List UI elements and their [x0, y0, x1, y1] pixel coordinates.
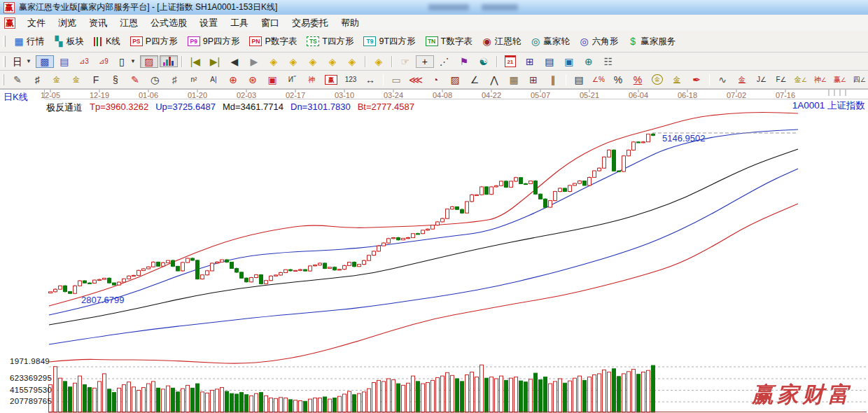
candle-style-button-dropdown-arrow[interactable]: ▼	[130, 58, 136, 64]
spiral-tool-icon: §	[111, 75, 120, 85]
f-angle-tool[interactable]: F∠	[772, 74, 790, 86]
zoom-region-button[interactable]: ▩	[36, 55, 54, 68]
gold-hash-2-tool[interactable]: 金	[67, 74, 85, 86]
circle-cross-tool[interactable]: ⊕	[224, 74, 242, 86]
f-hash-tool[interactable]: F	[87, 74, 105, 86]
period-day-button-dropdown-arrow[interactable]: ▼	[26, 58, 31, 64]
diamond-center-button[interactable]: ◈	[370, 55, 388, 68]
menu-formula-pick[interactable]: 公式选股	[144, 15, 193, 31]
save-button[interactable]: ▣	[560, 55, 578, 68]
crosshair-button[interactable]: +	[416, 55, 434, 68]
percent-table-tool[interactable]: ▤	[570, 74, 588, 86]
wave-a-tool[interactable]: ∿	[713, 74, 732, 86]
a-angle-tool[interactable]: A|	[204, 74, 223, 86]
first-bar-button[interactable]: |◀	[186, 55, 204, 68]
ying-angle-tool[interactable]: 赢∠	[831, 74, 849, 86]
ying-box-tool[interactable]: 赢	[322, 74, 340, 86]
print-button[interactable]: ☷	[599, 55, 617, 68]
menu-help[interactable]: 帮助	[335, 15, 365, 31]
percent-angle-tool[interactable]: ∠%	[589, 74, 608, 86]
percent-line-tool[interactable]: %	[629, 74, 647, 86]
calculator-button[interactable]: ⊞	[521, 55, 539, 68]
ps-square-button[interactable]: PSP四方形	[126, 34, 182, 49]
n-squared-tool[interactable]: n²	[185, 74, 203, 86]
box-frame-tool[interactable]: ▭	[387, 74, 405, 86]
grid-tool[interactable]: ▦	[505, 74, 523, 86]
red-pen-tool[interactable]: ✎	[126, 74, 144, 86]
menu-settings[interactable]: 设置	[193, 15, 224, 31]
p9-square-button[interactable]: P99P四方形	[183, 34, 244, 49]
gold-lines-tool[interactable]: 金	[668, 74, 686, 86]
menu-trade[interactable]: 交易委托	[286, 15, 335, 31]
diamond-right-button[interactable]: ◈	[284, 55, 302, 68]
export-web-button[interactable]: ⊕	[580, 55, 598, 68]
candle-style-button[interactable]: ▯▼	[114, 55, 139, 68]
wave-9-button[interactable]: ⊿9	[94, 55, 113, 68]
stamp-button[interactable]: ⚑	[455, 55, 473, 68]
gold-angle-tool[interactable]: 金∠	[792, 74, 810, 86]
diamond-expand-all-button[interactable]: ◈	[343, 55, 361, 68]
time-hash-tool[interactable]: ♯	[28, 74, 46, 86]
gold-circle-tool[interactable]: 金	[648, 73, 666, 86]
last-bar-button[interactable]: ▶|	[206, 55, 224, 68]
grid-red-tool[interactable]: ⊞	[524, 74, 542, 86]
winner-service-button[interactable]: $赢家服务	[624, 34, 680, 49]
chart-area[interactable]: 日K线 12-0512-1901-0601-2002-0302-1703-100…	[0, 89, 868, 413]
fan-lines-tool[interactable]: ⋘	[407, 74, 425, 86]
histogram-color-button[interactable]	[160, 55, 178, 67]
zigzag-tool[interactable]: ⋀	[485, 74, 503, 86]
prev-bar-button[interactable]: ◀	[225, 55, 244, 68]
shen-hash-tool[interactable]: 神	[302, 74, 321, 86]
pn-table-button[interactable]: PNP数字表	[245, 34, 301, 49]
report-button[interactable]: ▤	[540, 55, 559, 68]
pen-tool[interactable]: ✎	[8, 74, 27, 86]
ts-square-button[interactable]: TST四方形	[302, 34, 358, 49]
box-fan-tool[interactable]: ▨	[446, 74, 464, 86]
period-day-button[interactable]: 日▼	[10, 55, 34, 68]
menu-news[interactable]: 资讯	[83, 15, 113, 31]
sector-blocks-button[interactable]: ▚板块	[50, 34, 88, 49]
menu-gann[interactable]: 江恩	[113, 15, 144, 31]
n-quote-tool[interactable]: И˝	[283, 74, 301, 86]
j-angle-tool[interactable]: J∠	[752, 74, 771, 86]
hash-tool[interactable]: ♯	[165, 74, 183, 86]
spiral-tool[interactable]: §	[106, 74, 125, 86]
hexagon-button[interactable]: ◎六角形	[575, 34, 623, 49]
menu-window[interactable]: 窗口	[255, 15, 286, 31]
winner-wheel-button[interactable]: ◎赢家轮	[526, 34, 574, 49]
t9-square-button[interactable]: T99T四方形	[359, 34, 419, 49]
info-card-button[interactable]: ▤	[55, 55, 74, 68]
diamond-left-button[interactable]: ◈	[265, 55, 283, 68]
wave-3-button[interactable]: ⊿3	[75, 55, 93, 68]
map-chart-button[interactable]: ▨	[140, 55, 158, 68]
star-circle-tool[interactable]: ⊛	[244, 74, 262, 86]
parallel-lines-tool[interactable]: ∥	[544, 74, 562, 86]
tn-table-button[interactable]: TNT数字表	[421, 34, 477, 49]
kline-button[interactable]: K线	[90, 34, 125, 49]
angle-rays-tool[interactable]: ∠	[465, 74, 484, 86]
calendar-21-button[interactable]: 21	[501, 54, 519, 69]
ruler-123-tool[interactable]: 123	[342, 74, 360, 86]
gann-clock-tool[interactable]: ◷	[146, 74, 164, 86]
brain-button[interactable]: ☯	[475, 55, 493, 68]
kline-chart[interactable]	[0, 89, 868, 413]
gann-wheel-button[interactable]: ◉江恩轮	[478, 34, 526, 49]
percent-tool[interactable]: %	[609, 74, 627, 86]
menu-file[interactable]: 文件	[21, 15, 52, 31]
market-quote-button[interactable]: ▦行情	[10, 34, 48, 49]
gold-hash-tool[interactable]: 金	[48, 74, 66, 86]
square-spiral-tool[interactable]: ▣	[263, 74, 281, 86]
si-angle-tool[interactable]: 四∠	[850, 74, 868, 86]
diamond-hshrink-button[interactable]: ◈	[304, 55, 322, 68]
ink-marker-tool[interactable]: ✒	[687, 74, 706, 86]
measure-tool[interactable]: ↔	[361, 74, 379, 86]
gold-underline-tool[interactable]: 金	[733, 74, 751, 86]
arc-fan-tool[interactable]: ◔	[426, 74, 444, 86]
next-bar-button[interactable]: ▶	[245, 55, 263, 68]
menu-tools[interactable]: 工具	[224, 15, 255, 31]
hand-drag-button[interactable]: ☞	[396, 55, 414, 68]
menu-browse[interactable]: 浏览	[52, 15, 83, 31]
diamond-hexpand-button[interactable]: ◈	[323, 55, 342, 68]
trendline-button[interactable]: ⋰	[435, 55, 454, 68]
shen-angle-tool[interactable]: 神∠	[811, 74, 830, 86]
